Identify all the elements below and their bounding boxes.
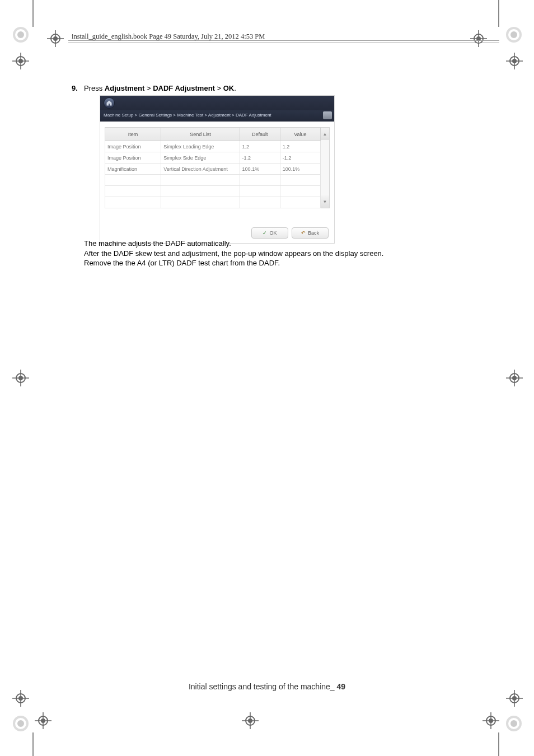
step-sep2: > [215,84,223,92]
svg-point-59 [248,718,252,723]
cell-item: Image Position [105,152,161,164]
running-head: install_guide_english.book Page 49 Satur… [72,32,265,41]
footer-page-number: 49 [337,682,346,691]
cropcircle-bl2 [12,690,29,707]
back-label: Back [308,230,319,236]
scroll-track[interactable] [321,140,329,195]
svg-point-5 [510,31,517,38]
header-rule-2 [68,43,499,43]
cell-value: 1.2 [280,141,320,152]
step-suffix: . [234,84,236,92]
cropcircle-ml [12,370,29,386]
cropcircle-br2 [506,690,523,707]
ok-button[interactable]: ✓ OK [251,227,288,239]
page-footer: Initial settings and testing of the mach… [0,682,534,691]
th-default: Default [240,128,280,141]
th-item: Item [105,128,161,141]
table-row [105,197,321,208]
home-icon[interactable] [104,97,115,109]
check-icon: ✓ [263,230,267,236]
back-button[interactable]: ↶ Back [292,227,329,239]
cell-default: -1.2 [240,152,280,164]
undo-icon: ↶ [301,230,306,236]
svg-point-47 [512,696,517,701]
svg-point-2 [17,31,24,38]
adjustment-table: Item Send List Default Value Image Posit… [105,127,321,208]
crop-top-left-v [32,0,34,27]
table-row[interactable]: Image Position Simplex Side Edge -1.2 -1… [105,152,321,164]
regmark-top-left-outer [8,22,33,47]
footer-sep: _ [330,682,337,691]
header-rule [68,40,499,41]
cropcircle-mr [506,370,523,386]
crop-top-right-v [498,0,499,27]
scroll-down-icon[interactable]: ▼ [321,195,329,208]
ui-breadcrumb-bar: Machine Setup > General Settings > Machi… [100,110,334,122]
body-line-2: After the DADF skew test and adjustment,… [84,249,487,259]
cell-value: 100.1% [280,164,320,175]
step-instruction: Press Adjustment > DADF Adjustment > OK. [84,84,236,92]
ui-titlebar [100,96,334,110]
regmark-bottom-left-outer [8,711,33,736]
cell-item: Image Position [105,141,161,152]
svg-point-55 [489,718,493,723]
regmark-top-right-outer [502,22,526,47]
crop-bottom-left-v [32,732,34,756]
th-value: Value [280,128,320,141]
svg-point-11 [510,720,517,727]
cell-item: Magnification [105,164,161,175]
svg-point-27 [18,59,23,63]
cropcircle-br-inner [483,712,499,729]
table-row[interactable]: Image Position Simplex Leading Edge 1.2 … [105,141,321,152]
table-scrollbar[interactable]: ▲ ▼ [321,127,330,208]
cropcircle-tl2 [12,53,29,69]
body-line-3: Remove the the A4 (or LTR) DADF test cha… [84,258,487,268]
cropcircle-tl-inner [47,30,64,47]
svg-point-31 [512,59,517,63]
svg-point-19 [53,36,58,41]
svg-point-39 [512,376,517,380]
step-b2: DADF Adjustment [153,84,215,92]
cell-value: -1.2 [280,152,320,164]
cropcircle-tr2 [506,53,523,69]
step-sep1: > [144,84,153,92]
ui-breadcrumb-right-button[interactable] [323,111,332,119]
step-prefix: Press [84,84,105,92]
step-b1: Adjustment [105,84,145,92]
cropcircle-bc [242,712,259,729]
step-b3: OK [223,84,235,92]
cell-send: Simplex Leading Edge [161,141,240,152]
table-row[interactable]: Magnification Vertical Direction Adjustm… [105,164,321,175]
ok-label: OK [269,230,277,236]
body-line-1: The machine adjusts the DADF automatical… [84,239,487,249]
svg-point-51 [41,718,45,723]
cropcircle-tr-inner [470,30,487,47]
scroll-up-icon[interactable]: ▲ [321,128,329,140]
table-row [105,186,321,197]
regmark-bottom-right-outer [502,711,526,736]
svg-point-8 [17,720,24,727]
svg-point-35 [18,376,23,380]
ui-screenshot: Machine Setup > General Settings > Machi… [100,95,335,244]
step-number: 9. [72,84,78,92]
table-row [105,175,321,186]
th-send-list: Send List [161,128,240,141]
svg-point-43 [18,696,23,701]
body-paragraph: The machine adjusts the DADF automatical… [84,239,487,268]
footer-chapter: Initial settings and testing of the mach… [189,682,330,691]
cell-send: Vertical Direction Adjustment [161,164,240,175]
cropcircle-bl-inner [35,712,51,729]
cell-default: 100.1% [240,164,280,175]
ui-breadcrumb: Machine Setup > General Settings > Machi… [100,110,334,120]
ui-body: Item Send List Default Value Image Posit… [100,122,334,224]
cell-default: 1.2 [240,141,280,152]
cell-send: Simplex Side Edge [161,152,240,164]
crop-bottom-right-v [498,732,499,756]
